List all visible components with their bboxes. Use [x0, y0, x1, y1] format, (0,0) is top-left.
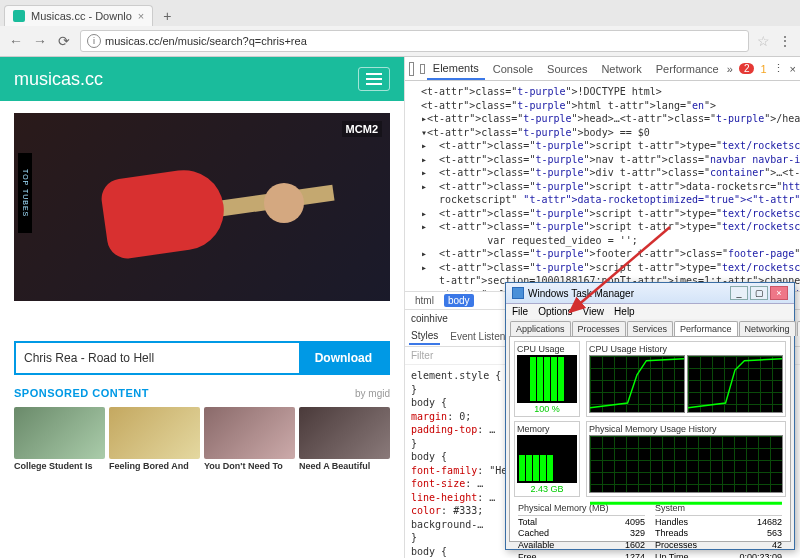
url-field[interactable]: i musicas.cc/en/music/search?q=chris+rea	[80, 30, 749, 52]
sponsored-thumbs: College Student Is Feeling Bored And You…	[0, 403, 404, 476]
video-badge-left: TOP TUBES	[18, 153, 32, 233]
dom-tree[interactable]: <t-attr">class="t-purple">!DOCTYPE html>…	[405, 81, 800, 291]
task-manager-window[interactable]: Windows Task Manager _ ▢ × File Options …	[505, 282, 795, 550]
mem-meter	[517, 435, 577, 483]
thumb-item[interactable]: Need A Beautiful	[299, 407, 390, 472]
cpu-meter	[517, 355, 577, 403]
devtools-tab-network[interactable]: Network	[595, 59, 647, 79]
tm-tab-users[interactable]: Users	[797, 321, 800, 336]
styles-tab-styles[interactable]: Styles	[409, 328, 440, 345]
video-badge-right: MCM2	[342, 121, 382, 137]
tm-menu-view[interactable]: View	[583, 306, 605, 317]
tm-performance-panel: CPU Usage 100 % CPU Usage History Memory	[509, 336, 791, 542]
devtools-close-icon[interactable]: ×	[790, 63, 796, 75]
tm-menu-help[interactable]: Help	[614, 306, 635, 317]
track-input[interactable]	[16, 343, 299, 373]
tm-titlebar[interactable]: Windows Task Manager _ ▢ ×	[506, 283, 794, 304]
cpu-history-box: CPU Usage History	[586, 341, 786, 417]
mem-value: 2.43 GB	[517, 484, 577, 494]
cpu-usage-box: CPU Usage 100 %	[514, 341, 580, 417]
tm-tab-services[interactable]: Services	[627, 321, 674, 336]
site-favicon	[13, 10, 25, 22]
thumb-item[interactable]: College Student Is	[14, 407, 105, 472]
memory-box: Memory 2.43 GB	[514, 421, 580, 497]
bookmark-icon[interactable]: ☆	[757, 33, 770, 49]
devtools-tab-console[interactable]: Console	[487, 59, 539, 79]
tab-title: Musicas.cc - Downlo	[31, 10, 132, 22]
new-tab-button[interactable]: +	[157, 6, 177, 26]
tm-tab-processes[interactable]: Processes	[572, 321, 626, 336]
maximize-button[interactable]: ▢	[750, 286, 768, 300]
crumb-html[interactable]: html	[411, 294, 438, 307]
tm-tab-performance[interactable]: Performance	[674, 321, 738, 336]
thumb-item[interactable]: You Don't Need To	[204, 407, 295, 472]
close-icon[interactable]: ×	[138, 10, 144, 22]
tm-title-text: Windows Task Manager	[528, 288, 634, 299]
tm-menu-options[interactable]: Options	[538, 306, 572, 317]
page-viewport: musicas.cc TOP TUBES MCM2 Download SPONS…	[0, 57, 405, 558]
error-count-badge[interactable]: 2	[739, 63, 755, 74]
browser-tab[interactable]: Musicas.cc - Downlo ×	[4, 5, 153, 26]
tm-menubar: File Options View Help	[506, 304, 794, 319]
forward-button[interactable]: →	[32, 33, 48, 49]
minimize-button[interactable]: _	[730, 286, 748, 300]
sponsored-label: SPONSORED CONTENT	[14, 387, 149, 399]
site-brand[interactable]: musicas.cc	[14, 69, 103, 90]
download-button[interactable]: Download	[299, 343, 388, 373]
thumb-item[interactable]: Feeling Bored And	[109, 407, 200, 472]
video-player[interactable]: TOP TUBES MCM2	[14, 113, 390, 301]
site-info-icon[interactable]: i	[87, 34, 101, 48]
address-bar: ← → ⟳ i musicas.cc/en/music/search?q=chr…	[0, 26, 800, 56]
devtools-more-icon[interactable]: »	[727, 63, 733, 75]
inspect-icon[interactable]	[409, 62, 414, 76]
video-frame	[14, 113, 390, 301]
browser-menu-icon[interactable]: ⋮	[778, 33, 792, 49]
browser-tabbar: Musicas.cc - Downlo × +	[0, 0, 800, 26]
devtools-tab-performance[interactable]: Performance	[650, 59, 725, 79]
back-button[interactable]: ←	[8, 33, 24, 49]
crumb-body[interactable]: body	[444, 294, 474, 307]
devtools-tabbar: Elements Console Sources Network Perform…	[405, 57, 800, 81]
memory-history-box: Physical Memory Usage History	[586, 421, 786, 497]
device-toggle-icon[interactable]	[420, 64, 425, 74]
hamburger-menu-button[interactable]	[358, 67, 390, 91]
tm-menu-file[interactable]: File	[512, 306, 528, 317]
cpu-value: 100 %	[517, 404, 577, 414]
site-header: musicas.cc	[0, 57, 404, 101]
tm-tab-applications[interactable]: Applications	[510, 321, 571, 336]
devtools-tab-sources[interactable]: Sources	[541, 59, 593, 79]
download-row: Download	[14, 341, 390, 375]
tm-app-icon	[512, 287, 524, 299]
reload-button[interactable]: ⟳	[56, 33, 72, 49]
warn-count: 1	[760, 63, 766, 75]
sponsored-by: by mgid	[355, 388, 390, 399]
tm-tab-networking[interactable]: Networking	[739, 321, 796, 336]
devtools-menu-icon[interactable]: ⋮	[773, 62, 784, 75]
devtools-tab-elements[interactable]: Elements	[427, 58, 485, 80]
close-button[interactable]: ×	[770, 286, 788, 300]
tm-tabs: Applications Processes Services Performa…	[506, 319, 794, 336]
url-text: musicas.cc/en/music/search?q=chris+rea	[105, 35, 307, 47]
